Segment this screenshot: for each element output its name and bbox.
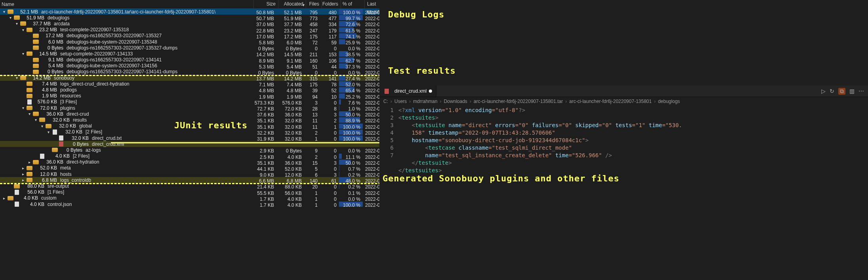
tree-row[interactable]: 576.0 KB[3 Files]573.3 KB576.0 KB307.6 %… (0, 99, 379, 105)
breadcrumb-segment[interactable]: mdrrahman (413, 99, 437, 104)
col-percent[interactable]: % of Parent ... (341, 0, 364, 8)
tree-row[interactable]: 9.1 MBdebuglogs-ns1662557303-20220907-13… (0, 57, 379, 63)
row-size-label: 4.8 MB (35, 87, 57, 93)
tree-row[interactable]: ▾37.7 MBarcdata37.0 MB37.7 MB45833472.6 … (0, 21, 379, 27)
expand-icon[interactable] (27, 63, 32, 68)
tree-row[interactable]: 5.4 MBdebuglogs-kube-system-20220907-134… (0, 63, 379, 69)
expand-icon[interactable] (8, 184, 13, 189)
tree-row[interactable]: ▸4.0 KBcustom1.7 KB4.0 KB100.0 %2022-09-… (0, 195, 379, 201)
chevron-right-icon: › (654, 99, 656, 104)
tree-row[interactable]: 4.0 KB[2 Files]2.5 KB4.0 KB2011.1 %2022-… (0, 153, 379, 159)
tree-row[interactable]: ▾32.0 KB[2 Files]32.2 KB32.0 KB20100.0 %… (0, 129, 379, 135)
tree-row[interactable]: ▾72.0 KBplugins72.7 KB72.0 KB2881.0 %202… (0, 105, 379, 111)
expand-icon[interactable]: ▾ (21, 106, 25, 110)
expand-icon[interactable] (21, 99, 25, 104)
editor-breadcrumb[interactable]: C:›Users›mdrrahman›Downloads›arc-ci-laun… (379, 97, 868, 106)
cell-files: 28 (304, 105, 320, 111)
cell-files: 773 (304, 15, 320, 21)
tree-row[interactable]: 0 Bytesdirect_crud.xml (0, 141, 379, 147)
cell-size: 13.7 MB (252, 75, 276, 81)
expand-icon[interactable]: ▾ (46, 130, 51, 134)
tree-row[interactable]: ▸36.0 KBdirect-hydration35.1 KB36.0 KB15… (0, 159, 379, 165)
cell-alloc: 52.0 KB (276, 165, 304, 171)
cell-files: 3 (304, 99, 320, 105)
expand-icon[interactable]: ▾ (21, 51, 25, 56)
breadcrumb-segment[interactable]: C: (383, 99, 388, 104)
expand-icon[interactable]: ▸ (27, 160, 32, 164)
tree-row[interactable]: 6.0 MBdebuglogs-kube-system-20220907-135… (0, 39, 379, 45)
expand-icon[interactable] (8, 202, 13, 207)
tree-row[interactable]: ▾32.0 KBglobal35.1 KB32.0 KB111100.0 %20… (0, 123, 379, 129)
expand-icon[interactable] (33, 154, 38, 158)
tree-row[interactable]: ▾36.0 KBdirect-crud37.6 KB36.0 KB13350.0… (0, 111, 379, 117)
tree-row[interactable]: 4.8 MBpodlogs4.8 MB4.8 MB395265.4 %2022-… (0, 87, 379, 93)
breadcrumb-segment[interactable]: arc-ci-launcher-fdr6j-20220907-135801.ta… (474, 99, 563, 104)
expand-icon[interactable]: ▾ (2, 10, 6, 14)
expand-icon[interactable]: ▸ (21, 172, 25, 177)
expand-icon[interactable] (27, 33, 32, 38)
tree-row[interactable]: ▾14.2 MBsonobuoy13.7 MB14.2 MB31514127.4… (0, 75, 379, 81)
tree-row[interactable]: ▾51.9 MBdebuglogs50.7 MB51.9 MB77347799.… (0, 15, 379, 21)
col-allocated[interactable]: Allocated▼ (278, 0, 306, 8)
tree-row[interactable]: 56.0 KB[1 Files]55.5 KB56.0 KB100.1 %202… (0, 189, 379, 195)
tree-row[interactable]: 32.0 KBdirect_crud.txt31.9 KB32.0 KB1010… (0, 135, 379, 141)
more-icon[interactable]: ⋯ (858, 88, 864, 95)
expand-icon[interactable] (52, 136, 57, 141)
col-name[interactable]: Name (0, 2, 253, 7)
tree-row[interactable]: ▸52.0 KBmeta44.1 KB52.0 KB500.7 %2022-09… (0, 165, 379, 171)
expand-icon[interactable] (46, 148, 51, 152)
breadcrumb-segment[interactable]: Downloads (444, 99, 467, 104)
tree-row[interactable]: 4.0 KBcontrol.json1.7 KB4.0 KB10100.0 %2… (0, 201, 379, 207)
expand-icon[interactable] (27, 69, 32, 74)
editor-tab[interactable]: direct_crud.xml (379, 86, 436, 97)
tree-row[interactable]: 0 Bytesdebuglogs-ns1662557303-20220907-1… (0, 69, 379, 75)
expand-icon[interactable] (8, 190, 13, 194)
expand-icon[interactable]: ▾ (27, 112, 32, 116)
col-folders[interactable]: Folders (322, 0, 341, 8)
col-size[interactable]: Size (253, 0, 278, 8)
expand-icon[interactable] (21, 93, 25, 98)
tree-row[interactable]: 17.2 MBdebuglogs-ns1662557303-20220907-1… (0, 33, 379, 39)
tree-row[interactable]: ▸12.0 KBhosts9.0 KB12.0 KB630.2 %2022-09… (0, 171, 379, 177)
tree-row[interactable]: 88.0 KBsre-output21.4 KB88.0 KB2000.2 %2… (0, 183, 379, 189)
tree-row[interactable]: ▸6.8 MBlogs_controldb6.6 MB6.8 MB1406148… (0, 177, 379, 183)
breadcrumb-segment[interactable]: debuglogs (658, 99, 680, 104)
breadcrumb-segment[interactable]: Users (394, 99, 407, 104)
row-size-label: 4.0 KB (48, 153, 70, 159)
tree-row[interactable]: 1.9 MBresources1.9 MB1.9 MB941025.2 %202… (0, 93, 379, 99)
expand-icon[interactable] (27, 57, 32, 62)
run-icon[interactable]: ▷ (821, 88, 826, 95)
col-files[interactable]: Files (306, 0, 322, 8)
expand-icon[interactable] (21, 88, 25, 92)
expand-icon[interactable] (27, 40, 32, 44)
expand-icon[interactable]: ▾ (33, 118, 38, 122)
tree-row[interactable]: 0 Bytesaz-logs2.9 KB0 Bytes900.0 %2022-0… (0, 147, 379, 153)
expand-icon[interactable]: ▾ (8, 15, 13, 20)
tree-row[interactable]: ▾32.0 KBresults35.1 KB32.0 KB11288.9 %20… (0, 117, 379, 123)
history-icon[interactable]: ↻ (830, 88, 834, 95)
tree-row[interactable]: 0 Bytesdebuglogs-ns1662557303-20220907-1… (0, 45, 379, 51)
cell-size: 21.4 KB (252, 183, 276, 189)
expand-icon[interactable] (27, 46, 32, 50)
tree-row[interactable]: ▾52.1 MBarc-ci-launcher-fdr6j-20220907-1… (0, 9, 379, 15)
split-icon[interactable]: ▥ (849, 88, 855, 95)
expand-icon[interactable]: ▾ (40, 124, 44, 128)
tree-row[interactable]: ▾14.5 MBsetup-complete-20220907-13413314… (0, 51, 379, 57)
tree-row[interactable]: ▾23.2 MBtest-complete-20220907-13531822.… (0, 27, 379, 33)
expand-icon[interactable] (21, 82, 25, 86)
expand-icon[interactable] (52, 142, 57, 147)
cell-percent: 7.6 % (339, 99, 363, 105)
compare-icon[interactable]: ⧉ (838, 88, 845, 95)
tree-row[interactable]: 7.4 MBlogs_direct-crud_direct-hydration7… (0, 81, 379, 87)
tree-header[interactable]: Name Size Allocated▼ Files Folders % of … (0, 0, 379, 9)
expand-icon[interactable]: ▸ (2, 196, 6, 200)
expand-icon[interactable]: ▾ (14, 21, 19, 26)
expand-icon[interactable]: ▾ (14, 76, 19, 80)
editor-body[interactable]: 1234567 <?xml version="1.0" encoding="ut… (379, 106, 868, 174)
cell-percent: 0.1 % (339, 189, 363, 195)
expand-icon[interactable]: ▾ (21, 27, 25, 32)
breadcrumb-segment[interactable]: arc-ci-launcher-fdr6j-20220907-135801 (569, 99, 652, 104)
editor-code[interactable]: <?xml version="1.0" encoding="utf-8"?> <… (398, 107, 682, 174)
expand-icon[interactable]: ▸ (21, 178, 25, 183)
expand-icon[interactable]: ▸ (21, 166, 25, 170)
